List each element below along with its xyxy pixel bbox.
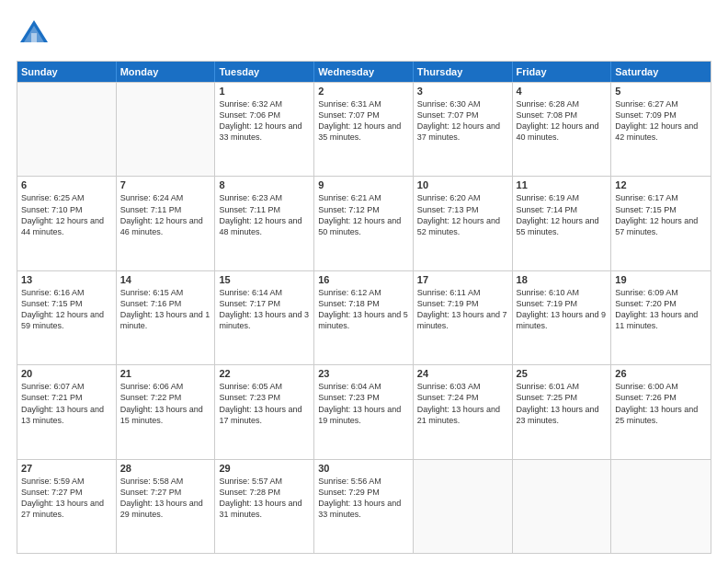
calendar-cell-2-5: 18Sunrise: 6:10 AM Sunset: 7:19 PM Dayli… xyxy=(513,271,612,364)
cell-text: Sunrise: 6:09 AM Sunset: 7:20 PM Dayligh… xyxy=(615,287,707,332)
calendar-cell-2-6: 19Sunrise: 6:09 AM Sunset: 7:20 PM Dayli… xyxy=(611,271,711,364)
calendar-cell-0-1 xyxy=(117,83,216,176)
cell-text: Sunrise: 6:21 AM Sunset: 7:12 PM Dayligh… xyxy=(318,192,409,237)
cell-text: Sunrise: 5:58 AM Sunset: 7:27 PM Dayligh… xyxy=(120,476,211,521)
calendar-cell-1-4: 10Sunrise: 6:20 AM Sunset: 7:13 PM Dayli… xyxy=(414,177,513,270)
cell-text: Sunrise: 6:15 AM Sunset: 7:16 PM Dayligh… xyxy=(120,287,211,332)
calendar-cell-3-1: 21Sunrise: 6:06 AM Sunset: 7:22 PM Dayli… xyxy=(117,365,216,458)
cell-text: Sunrise: 6:03 AM Sunset: 7:24 PM Dayligh… xyxy=(417,381,508,426)
day-number: 9 xyxy=(318,179,409,190)
day-number: 6 xyxy=(21,179,112,190)
logo xyxy=(17,17,57,52)
calendar-cell-2-2: 15Sunrise: 6:14 AM Sunset: 7:17 PM Dayli… xyxy=(215,271,314,364)
calendar-cell-0-5: 4Sunrise: 6:28 AM Sunset: 7:08 PM Daylig… xyxy=(513,83,612,176)
cell-text: Sunrise: 6:30 AM Sunset: 7:07 PM Dayligh… xyxy=(417,98,508,144)
calendar-cell-3-3: 23Sunrise: 6:04 AM Sunset: 7:23 PM Dayli… xyxy=(314,365,414,458)
header-day-wednesday: Wednesday xyxy=(314,62,414,82)
day-number: 18 xyxy=(517,274,608,285)
header xyxy=(17,17,711,52)
day-number: 15 xyxy=(219,274,310,285)
cell-text: Sunrise: 5:56 AM Sunset: 7:29 PM Dayligh… xyxy=(318,476,409,521)
day-number: 28 xyxy=(120,463,211,474)
day-number: 20 xyxy=(21,368,112,379)
calendar-body: 1Sunrise: 6:32 AM Sunset: 7:06 PM Daylig… xyxy=(17,82,711,553)
cell-text: Sunrise: 6:10 AM Sunset: 7:19 PM Dayligh… xyxy=(517,287,608,332)
svg-rect-2 xyxy=(31,33,37,42)
cell-text: Sunrise: 6:01 AM Sunset: 7:25 PM Dayligh… xyxy=(517,381,608,426)
calendar-cell-1-0: 6Sunrise: 6:25 AM Sunset: 7:10 PM Daylig… xyxy=(17,177,117,270)
day-number: 2 xyxy=(318,86,409,97)
calendar-cell-2-4: 17Sunrise: 6:11 AM Sunset: 7:19 PM Dayli… xyxy=(414,271,513,364)
cell-text: Sunrise: 6:06 AM Sunset: 7:22 PM Dayligh… xyxy=(120,381,211,426)
calendar-cell-4-4 xyxy=(414,460,513,553)
day-number: 21 xyxy=(120,368,211,379)
calendar-cell-0-2: 1Sunrise: 6:32 AM Sunset: 7:06 PM Daylig… xyxy=(215,83,314,176)
day-number: 8 xyxy=(219,179,310,190)
header-day-saturday: Saturday xyxy=(611,62,711,82)
day-number: 11 xyxy=(517,179,608,190)
day-number: 1 xyxy=(219,86,310,97)
calendar-cell-1-3: 9Sunrise: 6:21 AM Sunset: 7:12 PM Daylig… xyxy=(314,177,414,270)
cell-text: Sunrise: 6:17 AM Sunset: 7:15 PM Dayligh… xyxy=(615,192,707,237)
cell-text: Sunrise: 6:27 AM Sunset: 7:09 PM Dayligh… xyxy=(615,98,707,144)
day-number: 17 xyxy=(417,274,508,285)
header-day-monday: Monday xyxy=(117,62,216,82)
day-number: 16 xyxy=(318,274,409,285)
cell-text: Sunrise: 6:07 AM Sunset: 7:21 PM Dayligh… xyxy=(21,381,112,426)
day-number: 22 xyxy=(219,368,310,379)
day-number: 19 xyxy=(615,274,707,285)
day-number: 12 xyxy=(615,179,707,190)
cell-text: Sunrise: 6:14 AM Sunset: 7:17 PM Dayligh… xyxy=(219,287,310,332)
day-number: 4 xyxy=(517,86,608,97)
calendar-row-4: 27Sunrise: 5:59 AM Sunset: 7:27 PM Dayli… xyxy=(17,459,711,553)
cell-text: Sunrise: 6:00 AM Sunset: 7:26 PM Dayligh… xyxy=(615,381,707,426)
calendar-cell-4-1: 28Sunrise: 5:58 AM Sunset: 7:27 PM Dayli… xyxy=(117,460,216,553)
calendar-cell-3-4: 24Sunrise: 6:03 AM Sunset: 7:24 PM Dayli… xyxy=(414,365,513,458)
calendar-cell-0-6: 5Sunrise: 6:27 AM Sunset: 7:09 PM Daylig… xyxy=(611,83,711,176)
calendar-row-3: 20Sunrise: 6:07 AM Sunset: 7:21 PM Dayli… xyxy=(17,364,711,458)
header-day-friday: Friday xyxy=(513,62,612,82)
calendar-cell-4-2: 29Sunrise: 5:57 AM Sunset: 7:28 PM Dayli… xyxy=(215,460,314,553)
calendar-cell-3-2: 22Sunrise: 6:05 AM Sunset: 7:23 PM Dayli… xyxy=(215,365,314,458)
calendar-cell-3-0: 20Sunrise: 6:07 AM Sunset: 7:21 PM Dayli… xyxy=(17,365,117,458)
header-day-tuesday: Tuesday xyxy=(215,62,314,82)
day-number: 29 xyxy=(219,463,310,474)
cell-text: Sunrise: 6:25 AM Sunset: 7:10 PM Dayligh… xyxy=(21,192,112,237)
calendar-cell-2-0: 13Sunrise: 6:16 AM Sunset: 7:15 PM Dayli… xyxy=(17,271,117,364)
cell-text: Sunrise: 6:11 AM Sunset: 7:19 PM Dayligh… xyxy=(417,287,508,332)
cell-text: Sunrise: 6:16 AM Sunset: 7:15 PM Dayligh… xyxy=(21,287,112,332)
calendar-cell-2-1: 14Sunrise: 6:15 AM Sunset: 7:16 PM Dayli… xyxy=(117,271,216,364)
logo-icon xyxy=(17,17,51,52)
cell-text: Sunrise: 6:32 AM Sunset: 7:06 PM Dayligh… xyxy=(219,98,310,144)
calendar-cell-1-1: 7Sunrise: 6:24 AM Sunset: 7:11 PM Daylig… xyxy=(117,177,216,270)
calendar-cell-4-6 xyxy=(611,460,711,553)
calendar-cell-1-2: 8Sunrise: 6:23 AM Sunset: 7:11 PM Daylig… xyxy=(215,177,314,270)
calendar-cell-2-3: 16Sunrise: 6:12 AM Sunset: 7:18 PM Dayli… xyxy=(314,271,414,364)
day-number: 25 xyxy=(517,368,608,379)
cell-text: Sunrise: 6:31 AM Sunset: 7:07 PM Dayligh… xyxy=(318,98,409,144)
calendar-row-1: 6Sunrise: 6:25 AM Sunset: 7:10 PM Daylig… xyxy=(17,176,711,270)
day-number: 5 xyxy=(615,86,707,97)
calendar-cell-4-5 xyxy=(513,460,612,553)
calendar-cell-4-3: 30Sunrise: 5:56 AM Sunset: 7:29 PM Dayli… xyxy=(314,460,414,553)
cell-text: Sunrise: 6:19 AM Sunset: 7:14 PM Dayligh… xyxy=(517,192,608,237)
calendar-row-2: 13Sunrise: 6:16 AM Sunset: 7:15 PM Dayli… xyxy=(17,270,711,364)
calendar-cell-3-6: 26Sunrise: 6:00 AM Sunset: 7:26 PM Dayli… xyxy=(611,365,711,458)
cell-text: Sunrise: 6:23 AM Sunset: 7:11 PM Dayligh… xyxy=(219,192,310,237)
page: SundayMondayTuesdayWednesdayThursdayFrid… xyxy=(0,0,728,563)
day-number: 30 xyxy=(318,463,409,474)
header-day-thursday: Thursday xyxy=(414,62,513,82)
cell-text: Sunrise: 6:28 AM Sunset: 7:08 PM Dayligh… xyxy=(517,98,608,144)
cell-text: Sunrise: 6:05 AM Sunset: 7:23 PM Dayligh… xyxy=(219,381,310,426)
calendar-cell-4-0: 27Sunrise: 5:59 AM Sunset: 7:27 PM Dayli… xyxy=(17,460,117,553)
calendar-header: SundayMondayTuesdayWednesdayThursdayFrid… xyxy=(17,62,711,82)
header-day-sunday: Sunday xyxy=(17,62,117,82)
calendar-cell-1-5: 11Sunrise: 6:19 AM Sunset: 7:14 PM Dayli… xyxy=(513,177,612,270)
day-number: 7 xyxy=(120,179,211,190)
day-number: 23 xyxy=(318,368,409,379)
calendar-cell-1-6: 12Sunrise: 6:17 AM Sunset: 7:15 PM Dayli… xyxy=(611,177,711,270)
calendar-cell-0-0 xyxy=(17,83,117,176)
day-number: 3 xyxy=(417,86,508,97)
calendar-row-0: 1Sunrise: 6:32 AM Sunset: 7:06 PM Daylig… xyxy=(17,82,711,176)
cell-text: Sunrise: 5:59 AM Sunset: 7:27 PM Dayligh… xyxy=(21,476,112,521)
